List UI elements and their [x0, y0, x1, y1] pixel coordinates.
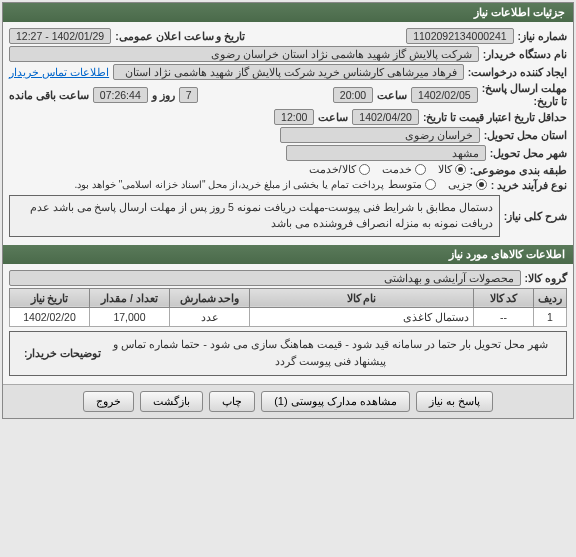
- need-number-value: 1102092134000241: [406, 28, 513, 44]
- need-desc-label: شرح کلی نیاز:: [504, 210, 567, 222]
- buyer-notes-box: شهر محل تحویل بار حتما در سامانه قید شود…: [9, 331, 567, 376]
- requester-label: ایجاد کننده درخواست:: [468, 66, 567, 78]
- row-requester: ایجاد کننده درخواست: فرهاد میرشاهی کارشن…: [9, 64, 567, 80]
- category-label: طبقه بندی موضوعی:: [470, 164, 567, 176]
- radio-goods-label: کالا: [438, 163, 452, 176]
- col-unit: واحد شمارش: [170, 288, 250, 307]
- goods-group-label: گروه کالا:: [525, 272, 567, 284]
- back-button[interactable]: بازگشت: [140, 391, 203, 412]
- row-buytype: نوع فرآیند خرید : جزیی متوسط پرداخت تمام…: [9, 178, 567, 191]
- goods-header: اطلاعات کالاهای مورد نیاز: [3, 245, 573, 264]
- col-qty: تعداد / مقدار: [90, 288, 170, 307]
- radio-medium[interactable]: متوسط: [388, 178, 436, 191]
- row-price-validity: حداقل تاریخ اعتبار قیمت تا تاریخ: 1402/0…: [9, 109, 567, 125]
- goods-group-value: محصولات آرایشی و بهداشتی: [9, 270, 521, 286]
- row-deadline: مهلت ارسال پاسخ: تا تاریخ: 1402/02/05 سا…: [9, 82, 567, 107]
- cell-unit: عدد: [170, 307, 250, 326]
- row-province: استان محل تحویل: خراسان رضوی: [9, 127, 567, 143]
- deadline-label: مهلت ارسال پاسخ: تا تاریخ:: [482, 82, 567, 107]
- radio-partial[interactable]: جزیی: [448, 178, 487, 191]
- col-code: کد کالا: [474, 288, 534, 307]
- public-date-label: تاریخ و ساعت اعلان عمومی:: [115, 30, 245, 42]
- respond-button[interactable]: پاسخ به نیاز: [416, 391, 493, 412]
- print-button[interactable]: چاپ: [209, 391, 255, 412]
- countdown-value: 07:26:44: [93, 87, 148, 103]
- city-label: شهر محل تحویل:: [490, 147, 567, 159]
- buyer-org-value: شرکت پالایش گاز شهید هاشمی نژاد استان خر…: [9, 46, 479, 62]
- buyer-notes-text: شهر محل تحویل بار حتما در سامانه قید شود…: [101, 336, 560, 371]
- radio-both-label: کالا/خدمت: [309, 163, 356, 176]
- province-value: خراسان رضوی: [280, 127, 480, 143]
- radio-both[interactable]: کالا/خدمت: [309, 163, 370, 176]
- row-city: شهر محل تحویل: مشهد: [9, 145, 567, 161]
- radio-medium-icon: [425, 179, 436, 190]
- buytype-label: نوع فرآیند خرید :: [491, 179, 567, 191]
- col-row: ردیف: [534, 288, 567, 307]
- price-validity-time: 12:00: [274, 109, 314, 125]
- radio-goods-icon: [455, 164, 466, 175]
- buyer-org-label: نام دستگاه خریدار:: [483, 48, 567, 60]
- col-name: نام کالا: [250, 288, 474, 307]
- goods-body: گروه کالا: محصولات آرایشی و بهداشتی ردیف…: [3, 264, 573, 384]
- price-validity-date: 1402/04/20: [352, 109, 419, 125]
- main-panel: جزئیات اطلاعات نیاز شماره نیاز: 11020921…: [2, 2, 574, 419]
- contact-link[interactable]: اطلاعات تماس خریدار: [9, 66, 109, 79]
- radio-service[interactable]: خدمت: [382, 163, 426, 176]
- hour-label-2: ساعت: [318, 111, 348, 123]
- attachments-button[interactable]: مشاهده مدارک پیوستی (1): [261, 391, 410, 412]
- row-buyer-org: نام دستگاه خریدار: شرکت پالایش گاز شهید …: [9, 46, 567, 62]
- row-goods-group: گروه کالا: محصولات آرایشی و بهداشتی: [9, 270, 567, 286]
- cell-qty: 17,000: [90, 307, 170, 326]
- deadline-date: 1402/02/05: [411, 87, 478, 103]
- days-remaining: 7: [179, 87, 199, 103]
- requester-value: فرهاد میرشاهی کارشناس خرید شرکت پالایش گ…: [113, 64, 464, 80]
- details-body: شماره نیاز: 1102092134000241 تاریخ و ساع…: [3, 22, 573, 245]
- radio-service-icon: [415, 164, 426, 175]
- buytype-note: پرداخت تمام یا بخشی از مبلغ خرید،از محل …: [75, 179, 384, 190]
- row-category: طبقه بندی موضوعی: کالا خدمت کالا/خدمت: [9, 163, 567, 176]
- need-desc-text: دستمال مطابق با شرایط فنی پیوست-مهلت دری…: [9, 195, 500, 237]
- table-row[interactable]: 1 -- دستمال کاغذی عدد 17,000 1402/02/20: [10, 307, 567, 326]
- radio-goods[interactable]: کالا: [438, 163, 466, 176]
- radio-partial-label: جزیی: [448, 178, 473, 191]
- goods-table: ردیف کد کالا نام کالا واحد شمارش تعداد /…: [9, 288, 567, 327]
- cell-code: --: [474, 307, 534, 326]
- row-need-desc: شرح کلی نیاز: دستمال مطابق با شرایط فنی …: [9, 193, 567, 239]
- public-date-value: 1402/01/29 - 12:27: [9, 28, 111, 44]
- need-number-label: شماره نیاز:: [518, 30, 567, 42]
- cell-date: 1402/02/20: [10, 307, 90, 326]
- remaining-label: ساعت باقی مانده: [9, 89, 89, 101]
- category-radios: کالا خدمت کالا/خدمت: [309, 163, 466, 176]
- col-date: تاریخ نیاز: [10, 288, 90, 307]
- row-need-number: شماره نیاز: 1102092134000241 تاریخ و ساع…: [9, 28, 567, 44]
- exit-button[interactable]: خروج: [83, 391, 134, 412]
- buytype-radios: جزیی متوسط: [388, 178, 487, 191]
- button-bar: پاسخ به نیاز مشاهده مدارک پیوستی (1) چاپ…: [3, 384, 573, 418]
- city-value: مشهد: [286, 145, 486, 161]
- days-label: روز و: [152, 89, 175, 101]
- radio-partial-icon: [476, 179, 487, 190]
- radio-service-label: خدمت: [382, 163, 412, 176]
- hour-label-1: ساعت: [377, 89, 407, 101]
- panel-title: جزئیات اطلاعات نیاز: [3, 3, 573, 22]
- province-label: استان محل تحویل:: [484, 129, 567, 141]
- buyer-notes-label: توضیحات خریدار:: [16, 336, 101, 371]
- cell-name: دستمال کاغذی: [250, 307, 474, 326]
- price-validity-label: حداقل تاریخ اعتبار قیمت تا تاریخ:: [423, 111, 567, 124]
- radio-medium-label: متوسط: [388, 178, 422, 191]
- deadline-time: 20:00: [333, 87, 373, 103]
- table-header-row: ردیف کد کالا نام کالا واحد شمارش تعداد /…: [10, 288, 567, 307]
- cell-row: 1: [534, 307, 567, 326]
- radio-both-icon: [359, 164, 370, 175]
